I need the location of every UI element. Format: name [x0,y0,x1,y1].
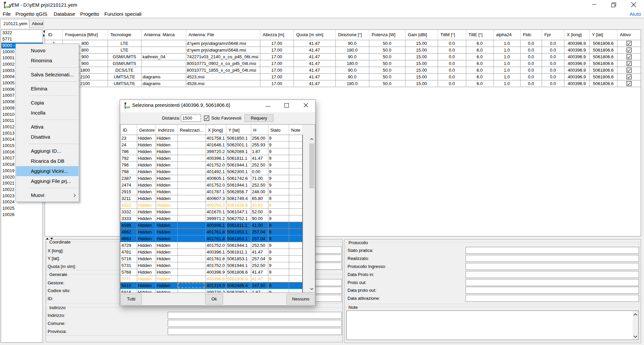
svg-text:em: em [125,105,130,109]
